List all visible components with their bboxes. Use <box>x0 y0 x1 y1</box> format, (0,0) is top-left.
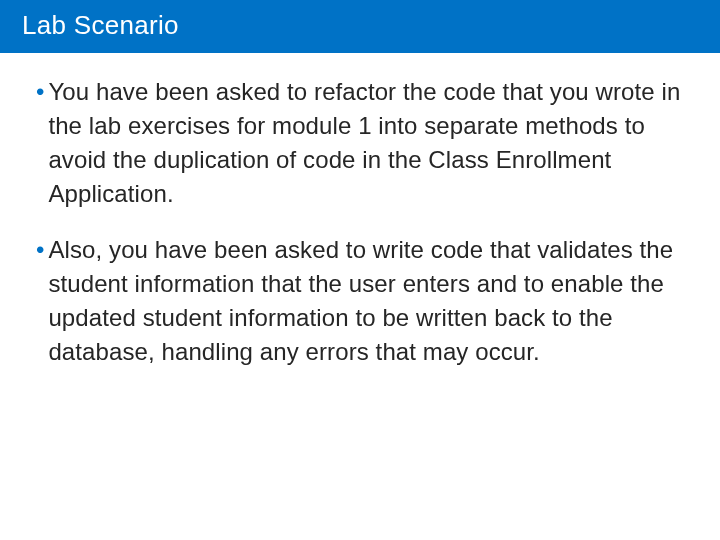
slide-body: • You have been asked to refactor the co… <box>0 53 720 391</box>
bullet-item: • You have been asked to refactor the co… <box>36 75 684 211</box>
bullet-text: You have been asked to refactor the code… <box>48 75 684 211</box>
bullet-text: Also, you have been asked to write code … <box>48 233 684 369</box>
slide: Lab Scenario • You have been asked to re… <box>0 0 720 540</box>
slide-title: Lab Scenario <box>0 0 720 53</box>
bullet-marker-icon: • <box>36 233 44 369</box>
bullet-marker-icon: • <box>36 75 44 211</box>
bullet-item: • Also, you have been asked to write cod… <box>36 233 684 369</box>
